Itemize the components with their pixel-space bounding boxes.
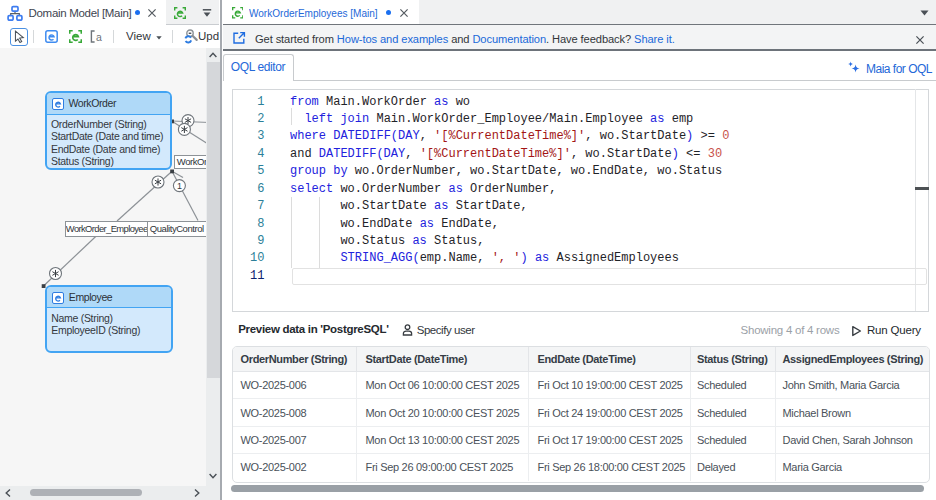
svg-text:1: 1 <box>177 181 182 191</box>
